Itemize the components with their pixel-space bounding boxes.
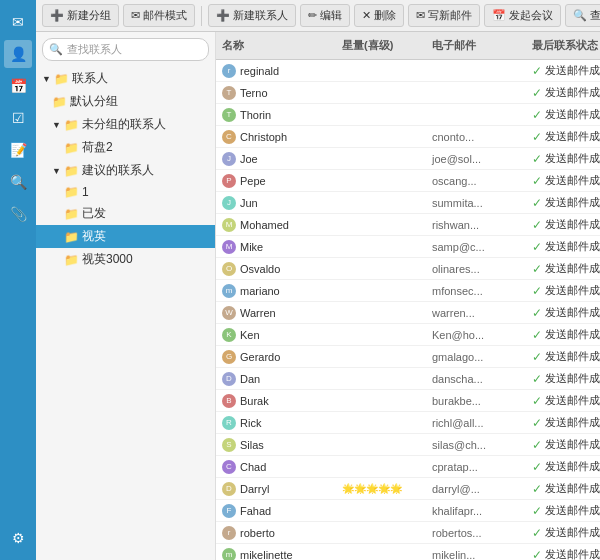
table-row[interactable]: M Mike samp@c... ✓ 发送邮件成功 2018-11-07 (周三… — [216, 236, 600, 258]
contact-name: Warren — [240, 307, 276, 319]
table-row[interactable]: D Darryl 🌟🌟🌟🌟🌟 darryl@... ✓ 发送邮件成功 2018-… — [216, 478, 600, 500]
attachment-nav-icon[interactable]: 📎 — [4, 200, 32, 228]
contact-status-cell: ✓ 发送邮件成功 — [526, 524, 600, 541]
table-row[interactable]: T Terno ✓ 发送邮件成功 2018-11-07 (周三) 22:13 — [216, 82, 600, 104]
table-row[interactable]: B Burak burakbe... ✓ 发送邮件成功 2018-11-07 (… — [216, 390, 600, 412]
status-text: 发送邮件成功 — [545, 239, 600, 254]
contact-stars-cell: 🌟🌟🌟🌟🌟 — [336, 482, 426, 495]
table-row[interactable]: R Rick richl@all... ✓ 发送邮件成功 2018-11-07 … — [216, 412, 600, 434]
table-row[interactable]: F Fahad khalifapr... ✓ 发送邮件成功 2018-11-07… — [216, 500, 600, 522]
expand-icon: ▼ — [42, 74, 51, 84]
contact-status-cell: ✓ 发送邮件成功 — [526, 348, 600, 365]
contact-stars-cell — [336, 466, 426, 468]
table-row[interactable]: T Thorin ✓ 发送邮件成功 2018-11-07 (周三) 22:13 — [216, 104, 600, 126]
status-text: 发送邮件成功 — [545, 371, 600, 386]
status-ok-icon: ✓ — [532, 328, 542, 342]
table-row[interactable]: M Mohamed rishwan... ✓ 发送邮件成功 2018-11-07… — [216, 214, 600, 236]
table-row[interactable]: S Silas silas@ch... ✓ 发送邮件成功 2018-11-07 … — [216, 434, 600, 456]
edit-button[interactable]: ✏ 编辑 — [300, 4, 350, 27]
col-header-stars[interactable]: 星量(喜级) — [336, 36, 426, 55]
table-row[interactable]: J Joe joe@sol... ✓ 发送邮件成功 2018-11-07 (周三… — [216, 148, 600, 170]
col-header-email[interactable]: 电子邮件 — [426, 36, 526, 55]
table-row[interactable]: r reginald ✓ 发送邮件成功 2018-11-07 (周三) 22:1… — [216, 60, 600, 82]
tree-item-vision[interactable]: 📁 视英 — [36, 225, 215, 248]
status-text: 发送邮件成功 — [545, 173, 600, 188]
contact-name: Ken — [240, 329, 260, 341]
contact-email-cell — [426, 114, 526, 116]
table-row[interactable]: D Dan danscha... ✓ 发送邮件成功 2018-11-07 (周三… — [216, 368, 600, 390]
search-nav-icon[interactable]: 🔍 — [4, 168, 32, 196]
contact-name: Silas — [240, 439, 264, 451]
contact-status-cell: ✓ 发送邮件成功 — [526, 172, 600, 189]
tree-item-1[interactable]: 📁 1 — [36, 182, 215, 202]
status-ok-icon: ✓ — [532, 526, 542, 540]
task-nav-icon[interactable]: ☑ — [4, 104, 32, 132]
table-row[interactable]: C Chad cpratap... ✓ 发送邮件成功 2018-11-07 (周… — [216, 456, 600, 478]
tree-item-contacts[interactable]: ▼ 📁 联系人 — [36, 67, 215, 90]
delete-button[interactable]: ✕ 删除 — [354, 4, 404, 27]
new-contact-button[interactable]: ➕ 新建联系人 — [208, 4, 296, 27]
search-contact-box[interactable]: 🔍 查找联系人 — [42, 38, 209, 61]
table-row[interactable]: K Ken Ken@ho... ✓ 发送邮件成功 2018-11-07 (周三)… — [216, 324, 600, 346]
table-row[interactable]: J Jun summita... ✓ 发送邮件成功 2018-11-07 (周三… — [216, 192, 600, 214]
status-text: 发送邮件成功 — [545, 459, 600, 474]
contact-name: Pepe — [240, 175, 266, 187]
search-icon: 🔍 — [49, 43, 63, 56]
contact-status-cell: ✓ 发送邮件成功 — [526, 84, 600, 101]
folder-icon: 📁 — [54, 72, 69, 86]
table-row[interactable]: r roberto robertos... ✓ 发送邮件成功 2018-11-0… — [216, 522, 600, 544]
new-group-button[interactable]: ➕ 新建分组 — [42, 4, 119, 27]
find-duplicates-button[interactable]: 🔍 查找重复联系人 — [565, 4, 600, 27]
contact-stars-cell — [336, 378, 426, 380]
status-ok-icon: ✓ — [532, 504, 542, 518]
mail-mode-button[interactable]: ✉ 邮件模式 — [123, 4, 195, 27]
app-sidebar: ✉ 👤 📅 ☑ 📝 🔍 📎 ⚙ — [0, 0, 36, 560]
tree-item-vision3000[interactable]: 📁 视英3000 — [36, 248, 215, 271]
tree-item-default-group[interactable]: 📁 默认分组 — [36, 90, 215, 113]
contact-email-cell: danscha... — [426, 372, 526, 386]
status-text: 发送邮件成功 — [545, 393, 600, 408]
contact-email-cell: samp@c... — [426, 240, 526, 254]
tree-item-sent[interactable]: 📁 已发 — [36, 202, 215, 225]
calendar-nav-icon[interactable]: 📅 — [4, 72, 32, 100]
contact-stars-cell — [336, 532, 426, 534]
status-text: 发送邮件成功 — [545, 349, 600, 364]
table-row[interactable]: m mariano mfonsec... ✓ 发送邮件成功 2018-11-07… — [216, 280, 600, 302]
table-row[interactable]: m mikelinette mikelin... ✓ 发送邮件成功 2018-1… — [216, 544, 600, 560]
contact-email-cell: Ken@ho... — [426, 328, 526, 342]
avatar: r — [222, 526, 236, 540]
contact-status-cell: ✓ 发送邮件成功 — [526, 106, 600, 123]
table-row[interactable]: G Gerardo gmalago... ✓ 发送邮件成功 2018-11-07… — [216, 346, 600, 368]
contact-name-cell: J Jun — [216, 195, 336, 211]
status-text: 发送邮件成功 — [545, 283, 600, 298]
tree-item-suggested[interactable]: ▼ 📁 建议的联系人 — [36, 159, 215, 182]
list-header: 名称 星量(喜级) 电子邮件 最后联系状态 最后联系时间 — [216, 32, 600, 60]
table-row[interactable]: O Osvaldo olinares... ✓ 发送邮件成功 2018-11-0… — [216, 258, 600, 280]
col-header-name[interactable]: 名称 — [216, 36, 336, 55]
avatar: M — [222, 218, 236, 232]
contact-nav-icon[interactable]: 👤 — [4, 40, 32, 68]
status-ok-icon: ✓ — [532, 548, 542, 561]
status-ok-icon: ✓ — [532, 284, 542, 298]
tree-item-hedisk2[interactable]: 📁 荷盘2 — [36, 136, 215, 159]
contact-email-cell: richl@all... — [426, 416, 526, 430]
note-nav-icon[interactable]: 📝 — [4, 136, 32, 164]
settings-nav-icon[interactable]: ⚙ — [4, 524, 32, 552]
table-row[interactable]: W Warren warren... ✓ 发送邮件成功 2018-11-07 (… — [216, 302, 600, 324]
contact-name-cell: T Terno — [216, 85, 336, 101]
contact-name-cell: r roberto — [216, 525, 336, 541]
status-text: 发送邮件成功 — [545, 261, 600, 276]
tree-item-ungrouped[interactable]: ▼ 📁 未分组的联系人 — [36, 113, 215, 136]
status-ok-icon: ✓ — [532, 372, 542, 386]
mail-nav-icon[interactable]: ✉ — [4, 8, 32, 36]
avatar: m — [222, 284, 236, 298]
contact-name: Terno — [240, 87, 268, 99]
table-row[interactable]: P Pepe oscang... ✓ 发送邮件成功 2018-11-07 (周三… — [216, 170, 600, 192]
write-mail-button[interactable]: ✉ 写新邮件 — [408, 4, 480, 27]
meeting-button[interactable]: 📅 发起会议 — [484, 4, 561, 27]
status-text: 发送邮件成功 — [545, 129, 600, 144]
col-header-status[interactable]: 最后联系状态 — [526, 36, 600, 55]
contact-status-cell: ✓ 发送邮件成功 — [526, 238, 600, 255]
contact-status-cell: ✓ 发送邮件成功 — [526, 370, 600, 387]
table-row[interactable]: C Christoph cnonto... ✓ 发送邮件成功 2018-11-0… — [216, 126, 600, 148]
